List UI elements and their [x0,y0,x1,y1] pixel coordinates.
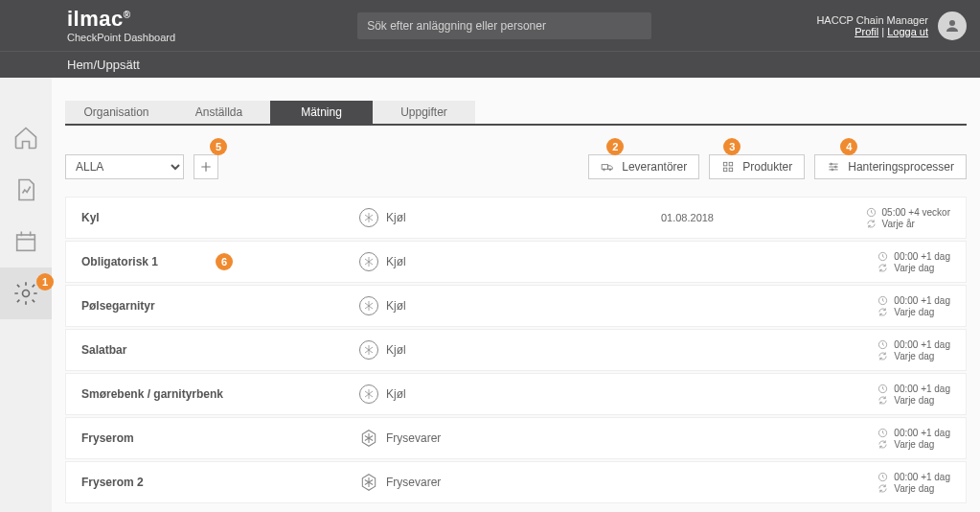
item-name: Salatbar [81,343,359,357]
annotation-6: 6 [216,253,233,270]
sidebar: 1 [0,78,52,512]
tab-anstallda[interactable]: Anställda [168,101,270,124]
list-item[interactable]: Fryserom 2 Frysevarer 00:00 +1 dag Varje… [65,461,967,503]
app-header: ilmac® CheckPoint Dashboard HACCP Chain … [0,0,980,51]
tab-matning[interactable]: Mätning [270,101,373,124]
refresh-icon [877,483,888,494]
list-item[interactable]: Smørebenk / garnityrbenk Kjøl 00:00 +1 d… [65,373,967,415]
user-icon [944,17,961,35]
breadcrumb: Hem / Uppsätt [0,51,980,78]
refresh-icon [877,263,888,273]
snowflake-icon [359,384,378,404]
profile-link[interactable]: Profil [855,26,878,37]
report-icon [12,176,39,203]
leverantorer-button[interactable]: Leverantörer 2 [588,154,699,179]
item-type: Kjøl [359,296,618,315]
breadcrumb-home[interactable]: Hem [67,58,93,72]
brand: ilmac® CheckPoint Dashboard [67,9,175,43]
refresh-icon [877,439,888,450]
svg-rect-8 [724,168,728,172]
calendar-icon [12,228,39,255]
header-user-area: HACCP Chain Manager Profil | Logga ut [816,12,967,40]
item-schedule: 00:00 +1 dag Varje dag [877,472,950,494]
annotation-3: 3 [723,138,741,155]
item-schedule: 00:00 +1 dag Varje dag [877,428,950,450]
refresh-icon [877,395,888,406]
annotation-2: 2 [606,138,624,155]
svg-rect-9 [729,168,733,172]
toolbar: ALLA 5 Leverantörer 2 Produkter 3 [65,154,967,179]
tab-organisation[interactable]: Organisation [65,101,168,124]
gear-icon [12,280,39,307]
svg-rect-3 [602,165,607,170]
sidebar-item-home[interactable] [11,124,40,152]
logout-link[interactable]: Logga ut [887,26,928,37]
svg-point-2 [23,291,30,297]
snowflake-icon [359,296,378,315]
hex-snowflake-icon [359,473,378,492]
user-meta: HACCP Chain Manager Profil | Logga ut [816,14,928,37]
list-item[interactable]: Obligatorisk 16 Kjøl 00:00 +1 dag Varje … [65,241,967,283]
plus-icon [199,160,213,174]
refresh-icon [877,307,888,317]
sliders-icon [827,160,840,174]
clock-icon [877,251,888,262]
brand-subtitle: CheckPoint Dashboard [67,32,175,43]
item-name: Pølsegarnityr [81,299,359,313]
sidebar-item-reports[interactable] [11,175,40,204]
truck-icon [601,160,614,174]
item-name: Fryserom 2 [81,476,359,489]
item-name: Obligatorisk 16 [81,255,359,268]
refresh-icon [866,219,877,229]
item-type: Frysevarer [359,473,618,492]
sidebar-item-settings[interactable]: 1 [11,279,40,308]
svg-point-4 [604,169,605,171]
search-wrapper [357,12,651,39]
hex-snowflake-icon [359,429,378,448]
role-label: HACCP Chain Manager [816,14,928,26]
svg-rect-6 [724,162,728,166]
add-button[interactable]: 5 [194,154,218,179]
measurement-list: Kyl Kjøl 01.08.2018 05:00 +4 veckor Varj… [65,197,967,503]
annotation-1: 1 [36,273,54,291]
item-schedule: 05:00 +4 veckor Varje år [866,207,950,229]
item-name: Fryserom [81,431,359,445]
snowflake-icon [359,252,378,271]
tab-uppgifter[interactable]: Uppgifter [373,101,475,124]
main-content: Organisation Anställda Mätning Uppgifter… [52,78,980,512]
item-date: 01.08.2018 [618,212,714,223]
snowflake-icon [359,208,378,227]
brand-logo: ilmac® [67,9,175,30]
svg-point-5 [609,169,611,171]
item-schedule: 00:00 +1 dag Varje dag [877,339,950,361]
search-input[interactable] [357,12,651,39]
svg-rect-1 [17,235,35,250]
item-type: Kjøl [359,252,618,271]
item-type: Frysevarer [359,429,618,448]
home-icon [12,125,39,151]
grid-icon [721,160,735,174]
list-item[interactable]: Kyl Kjøl 01.08.2018 05:00 +4 veckor Varj… [65,197,967,239]
list-item[interactable]: Pølsegarnityr Kjøl 00:00 +1 dag Varje da… [65,285,967,327]
avatar[interactable] [938,12,967,40]
refresh-icon [877,351,888,361]
breadcrumb-current: Uppsätt [97,58,140,72]
clock-icon [877,428,888,438]
svg-rect-7 [729,162,733,166]
item-name: Kyl [81,211,359,224]
item-type: Kjøl [359,384,618,404]
svg-point-0 [949,20,955,26]
clock-icon [877,295,888,306]
annotation-4: 4 [840,138,857,155]
item-name: Smørebenk / garnityrbenk [81,387,359,401]
list-item[interactable]: Fryserom Frysevarer 00:00 +1 dag Varje d… [65,417,967,459]
snowflake-icon [359,340,378,360]
clock-icon [877,472,888,482]
sidebar-item-calendar[interactable] [11,227,40,256]
hantering-button[interactable]: Hanteringsprocesser 4 [814,154,967,179]
item-schedule: 00:00 +1 dag Varje dag [877,384,950,406]
list-item[interactable]: Salatbar Kjøl 00:00 +1 dag Varje dag [65,329,967,371]
item-schedule: 00:00 +1 dag Varje dag [877,295,950,317]
produkter-button[interactable]: Produkter 3 [709,154,805,179]
filter-select[interactable]: ALLA [65,154,184,179]
